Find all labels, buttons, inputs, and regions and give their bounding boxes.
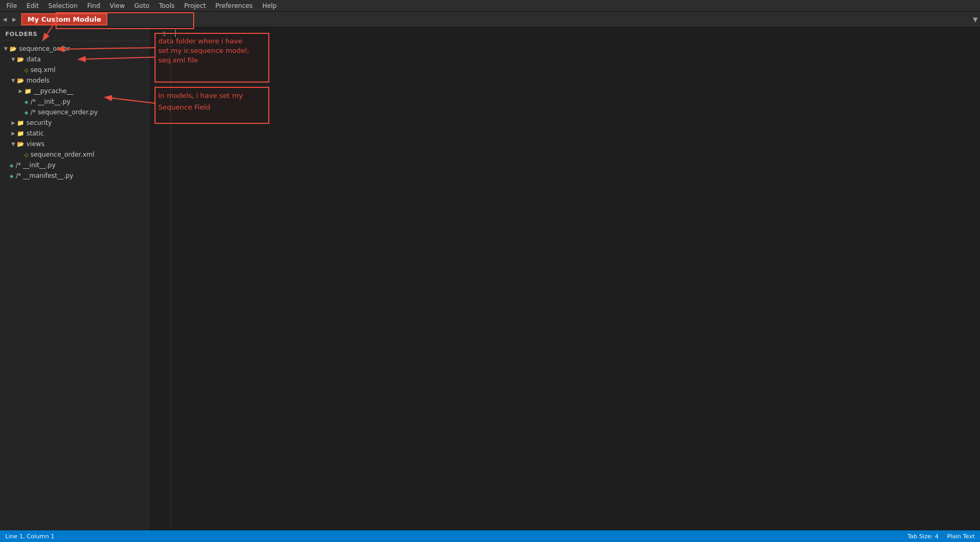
py-icon-root_manifest: ◈	[10, 173, 14, 179]
py-icon-init_py: ◈	[24, 99, 29, 105]
sidebar-item-seq_xml[interactable]: ◇seq.xml	[0, 65, 150, 75]
menu-preferences[interactable]: Preferences	[211, 1, 257, 11]
menu-project[interactable]: Project	[180, 1, 210, 11]
sidebar-item-sequence_order_xml[interactable]: ◇sequence_order.xml	[0, 149, 150, 160]
tree-arrow-models: ▼	[10, 78, 17, 83]
tree-label-models: models	[26, 77, 50, 84]
tree-label-seq_xml: seq.xml	[31, 66, 56, 74]
module-title: My Custom Module	[21, 13, 107, 25]
sidebar-item-security[interactable]: ▶📁security	[0, 118, 150, 128]
tree-label-sequence_order_py: /* sequence_order.py	[31, 109, 98, 116]
menu-file[interactable]: File	[2, 1, 21, 11]
sidebar-item-root_manifest[interactable]: ◈/* __manifest__.py	[0, 170, 150, 181]
sidebar-item-views[interactable]: ▼📂views	[0, 139, 150, 149]
tree-arrow-sequence_order: ▼	[2, 46, 10, 51]
xml-icon-sequence_order_xml: ◇	[24, 152, 29, 158]
status-tabsize: Tab Size: 4	[908, 533, 939, 540]
sidebar-item-sequence_order_py[interactable]: ◈/* sequence_order.py	[0, 107, 150, 118]
tree-label-pycache: __pycache__	[34, 87, 73, 95]
status-language: Plain Text	[947, 533, 975, 540]
folder-icon-models: 📂	[17, 77, 24, 84]
py-icon-sequence_order_py: ◈	[24, 110, 29, 115]
tree-label-init_py: /* __init__.py	[31, 98, 70, 105]
menubar: File Edit Selection Find View Goto Tools…	[0, 0, 980, 12]
py-icon-root_init: ◈	[10, 162, 14, 168]
tree-label-static: static	[26, 130, 44, 137]
menu-tools[interactable]: Tools	[155, 1, 179, 11]
statusbar: Line 1, Column 1 Tab Size: 4 Plain Text	[0, 530, 980, 542]
sidebar-item-sequence_order[interactable]: ▼📂sequence_order	[0, 43, 150, 54]
sidebar-item-models[interactable]: ▼📂models	[0, 75, 150, 86]
tree-label-root_init: /* __init__.py	[16, 161, 56, 169]
tree-label-security: security	[26, 119, 52, 127]
tree-label-root_manifest: /* __manifest__.py	[16, 172, 74, 179]
text-cursor	[175, 30, 176, 37]
menu-goto[interactable]: Goto	[130, 1, 154, 11]
tab-dropdown[interactable]: ▼	[970, 12, 980, 28]
menu-help[interactable]: Help	[258, 1, 281, 11]
editor-content[interactable]: 1	[151, 28, 980, 530]
sidebar-header: FOLDERS	[0, 28, 150, 41]
menu-edit[interactable]: Edit	[22, 1, 43, 11]
xml-icon-seq_xml: ◇	[24, 67, 29, 73]
editor-area: 1	[151, 28, 980, 530]
tab-nav-right[interactable]: ▶	[10, 12, 19, 28]
folder-icon-data: 📂	[17, 56, 24, 63]
tree-arrow-data: ▼	[10, 57, 17, 62]
tree-arrow-views: ▼	[10, 141, 17, 147]
folder-icon-views: 📂	[17, 141, 24, 148]
sidebar-item-root_init[interactable]: ◈/* __init__.py	[0, 160, 150, 170]
menu-view[interactable]: View	[105, 1, 129, 11]
main-area: FOLDERS ▼📂sequence_order▼📂data◇seq.xml▼📂…	[0, 28, 980, 530]
sidebar-item-init_py[interactable]: ◈/* __init__.py	[0, 96, 150, 107]
tree-label-sequence_order: sequence_order	[19, 45, 70, 52]
tree-arrow-pycache: ▶	[17, 88, 24, 94]
folder-icon-security: 📁	[17, 120, 24, 127]
sidebar: FOLDERS ▼📂sequence_order▼📂data◇seq.xml▼📂…	[0, 28, 151, 530]
tree-label-data: data	[26, 56, 41, 63]
tabbar: ◀ ▶ My Custom Module ▼	[0, 12, 980, 28]
line-numbers: 1	[151, 28, 171, 530]
folder-icon-pycache: 📁	[24, 88, 32, 95]
status-position: Line 1, Column 1	[5, 533, 55, 540]
folders-label: FOLDERS	[5, 31, 38, 38]
tab-nav-left[interactable]: ◀	[0, 12, 10, 28]
sidebar-item-static[interactable]: ▶📁static	[0, 128, 150, 139]
tree-label-sequence_order_xml: sequence_order.xml	[31, 151, 95, 158]
sidebar-item-data[interactable]: ▼📂data	[0, 54, 150, 65]
editor-textarea[interactable]	[171, 28, 980, 530]
tree-arrow-static: ▶	[10, 131, 17, 136]
menu-find[interactable]: Find	[83, 1, 105, 11]
folder-icon-static: 📁	[17, 130, 24, 137]
sidebar-tree: ▼📂sequence_order▼📂data◇seq.xml▼📂models▶📁…	[0, 41, 150, 530]
tree-label-views: views	[26, 140, 44, 148]
sidebar-item-pycache[interactable]: ▶📁__pycache__	[0, 86, 150, 96]
folder-icon-sequence_order: 📂	[10, 46, 17, 52]
tree-arrow-security: ▶	[10, 120, 17, 125]
menu-selection[interactable]: Selection	[44, 1, 81, 11]
